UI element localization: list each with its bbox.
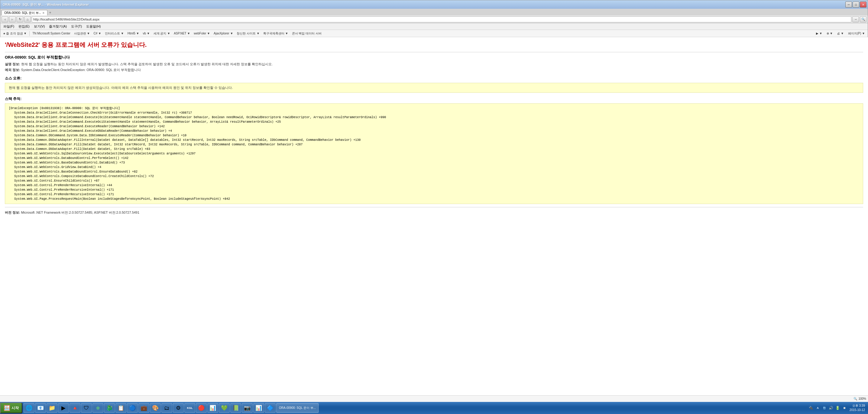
- bookmark-aspnet-label: ASP.NET ▼: [174, 32, 190, 35]
- taskbar-app7[interactable]: 💼: [138, 403, 149, 413]
- close-button[interactable]: ✕: [860, 1, 867, 7]
- systray-battery[interactable]: 🔋: [835, 405, 840, 411]
- bookmark-interlist[interactable]: 인터리스트 ▼: [103, 31, 125, 36]
- taskbar-app5[interactable]: 📋: [116, 403, 126, 413]
- bookmark-business-label: 사업관련 ▼: [74, 31, 90, 36]
- zoom-icon: 🔍: [854, 397, 857, 401]
- status-bar: 🔍 100%: [0, 395, 868, 402]
- systray-lang[interactable]: A: [815, 405, 820, 411]
- taskbar-app4[interactable]: 🐉: [104, 403, 115, 413]
- menu-bar: 파일(F) 편집(E) 보기(V) 즐겨찾기(A) 도구(T) 도움말(H): [0, 23, 868, 30]
- taskbar-media[interactable]: ▶: [58, 403, 69, 413]
- bookmark-webfolder-label: webFoler ▼: [194, 32, 210, 35]
- bookmark-backup[interactable]: 콘서 백업 데이터 서버: [290, 31, 323, 36]
- systray-volume[interactable]: 🔊: [829, 405, 834, 411]
- systray-network[interactable]: 🔌: [808, 405, 814, 411]
- stack-trace-box: [OracleException (0x80131938): ORA-00900…: [5, 103, 863, 204]
- maximize-button[interactable]: □: [852, 1, 859, 7]
- bookmark-favorites-toggle[interactable]: ★ 즐 조각 잠금 ▼: [1, 31, 28, 36]
- window-controls: ─ □ ✕: [845, 1, 867, 7]
- menu-view[interactable]: 보기(V): [32, 24, 47, 29]
- zoom-area: 🔍 100%: [854, 397, 866, 401]
- bookmarks-bar: ★ 즐 조각 잠금 ▼ TN Microsoft System Center 사…: [0, 30, 868, 37]
- exception-detail: 예외 정보: System.Data.OracleClient.OracleEx…: [5, 68, 863, 72]
- bookmark-csharp[interactable]: C# ▼: [92, 31, 103, 36]
- tab-close-button[interactable]: ✕: [42, 11, 45, 14]
- systray-lang2[interactable]: 한: [822, 405, 827, 411]
- bookmark-html5[interactable]: Html5 ▼: [126, 31, 141, 36]
- menu-file[interactable]: 파일(F): [1, 24, 16, 29]
- bookmark-vb-label: vb ▼: [143, 32, 150, 35]
- toolbar-page[interactable]: 페이지(P) ▼: [846, 31, 867, 36]
- home-button[interactable]: ⌂: [24, 16, 31, 22]
- taskbar-kgl[interactable]: KGL: [184, 403, 195, 413]
- toolbar-mail[interactable]: ⊕ ▼: [825, 31, 834, 36]
- taskbar-app12[interactable]: 📷: [242, 403, 253, 413]
- taskbar-app2[interactable]: 🛡: [81, 403, 92, 413]
- source-error-text: 현재 웹 요청을 실행하는 동안 처리되지 않은 예외가 생성되었습니다. 아래…: [9, 86, 859, 90]
- toolbar-rss[interactable]: ▶ ▼: [814, 31, 824, 36]
- exception-detail-text: System.Data.OracleClient.OracleException…: [21, 68, 141, 72]
- taskbar-app9[interactable]: ⚙: [173, 403, 184, 413]
- browser-tab[interactable]: ORA-00900: SQL 문이 부... ✕: [1, 10, 48, 15]
- bookmark-webfolder[interactable]: webFoler ▼: [192, 31, 212, 36]
- new-tab-button[interactable]: +: [48, 10, 53, 15]
- bookmark-ajax[interactable]: AjaxXplorer ▼: [212, 31, 235, 36]
- taskbar-app10[interactable]: 🔴: [196, 403, 207, 413]
- start-label: 시작: [11, 406, 19, 411]
- zoom-level: 100%: [858, 397, 866, 401]
- bookmark-label: 즐 조각 잠금 ▼: [6, 31, 27, 36]
- taskbar-app8[interactable]: 🗂: [161, 403, 172, 413]
- stack-trace-text: [OracleException (0x80131938): ORA-00900…: [9, 106, 859, 201]
- taskbar-active-window[interactable]: ORA-00900: SQL 문이 부...: [276, 403, 318, 413]
- bookmark-tn-microsoft[interactable]: TN Microsoft System Center: [31, 31, 72, 36]
- bookmark-business[interactable]: 사업관련 ▼: [72, 31, 92, 36]
- taskbar-outlook[interactable]: 📧: [35, 403, 46, 413]
- forward-button[interactable]: ►: [9, 16, 16, 22]
- description-text: 현재 웹 요청을 실행하는 동안 처리되지 않은 예외가 발생했습니다. 스택 …: [21, 62, 273, 66]
- address-input[interactable]: [32, 16, 851, 22]
- title-bar-text: ORA-00900: SQL 문이 부... - Windows Interne…: [1, 2, 845, 7]
- menu-favorites[interactable]: 즐겨찾기(A): [47, 24, 69, 29]
- browser-content: '/WebSite22' 응용 프로그램에 서버 오류가 있습니다. ORA-0…: [0, 37, 868, 219]
- taskbar-ie[interactable]: 🌐: [24, 403, 34, 413]
- bookmark-html5-label: Html5 ▼: [128, 32, 139, 35]
- taskbar-app11[interactable]: 📊: [207, 403, 218, 413]
- menu-edit[interactable]: 편집(E): [17, 24, 31, 29]
- menu-help[interactable]: 도움말(H): [84, 24, 102, 29]
- menu-tools[interactable]: 도구(T): [69, 24, 84, 29]
- toolbar-print[interactable]: 🖨 ▼: [835, 31, 845, 36]
- back-button[interactable]: ◄: [1, 16, 8, 22]
- browser-tabs: ORA-00900: SQL 문이 부... ✕ +: [0, 9, 868, 15]
- start-button[interactable]: 🪟 시작: [0, 403, 22, 413]
- search-button[interactable]: 🔍: [860, 16, 867, 22]
- bookmark-world-label: 세계 공지 ▼: [154, 31, 170, 36]
- clock-date: 2015-10-12: [849, 408, 865, 412]
- taskbar-app6[interactable]: 🔵: [127, 403, 138, 413]
- minimize-button[interactable]: ─: [845, 1, 852, 7]
- bookmark-special-zone[interactable]: 특구국제축센터 ▼: [262, 31, 290, 36]
- taskbar-skype[interactable]: 💚: [219, 403, 230, 413]
- tab-label: ORA-00900: SQL 문이 부...: [4, 11, 41, 15]
- title-bar: ORA-00900: SQL 문이 부... - Windows Interne…: [0, 0, 868, 9]
- taskbar-ps[interactable]: 🎨: [150, 403, 161, 413]
- refresh-button[interactable]: ↻: [17, 16, 23, 22]
- taskbar-app13[interactable]: 📊: [253, 403, 264, 413]
- taskbar-explorer[interactable]: 📁: [46, 403, 57, 413]
- go-button[interactable]: →: [852, 16, 859, 22]
- bookmark-world-notice[interactable]: 세계 공지 ▼: [152, 31, 172, 36]
- bookmark-changsin[interactable]: 창신한 사이트 ▼: [235, 31, 261, 36]
- star-icon: ★: [3, 32, 5, 35]
- source-error-box: 현재 웹 요청을 실행하는 동안 처리되지 않은 예외가 생성되었습니다. 아래…: [5, 83, 863, 93]
- bookmark-aspnet[interactable]: ASP.NET ▼: [172, 31, 192, 36]
- taskbar-app1[interactable]: 🔺: [69, 403, 81, 413]
- taskbar-excel[interactable]: 📗: [230, 403, 241, 413]
- bookmark-vb[interactable]: vb ▼: [141, 31, 151, 36]
- clock-time: 오후 3:39: [849, 404, 865, 408]
- main-error-title: '/WebSite22' 응용 프로그램에 서버 오류가 있습니다.: [5, 41, 863, 49]
- divider-1: [5, 52, 863, 52]
- systray-more[interactable]: ■: [842, 405, 847, 411]
- taskbar-app14[interactable]: 🔷: [265, 403, 276, 413]
- bookmark-ajax-label: AjaxXplorer ▼: [214, 32, 233, 35]
- taskbar-app3[interactable]: ⬟: [92, 403, 103, 413]
